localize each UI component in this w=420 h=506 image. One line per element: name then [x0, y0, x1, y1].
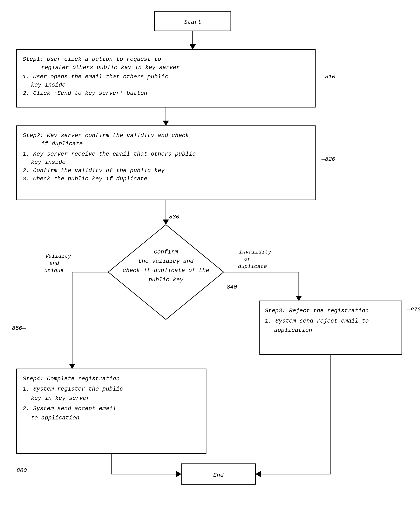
flowchart-svg: Start Step1: User click a button to requ…	[0, 0, 420, 506]
step2-item1: 1. Key server receive the email that oth…	[23, 151, 196, 157]
svg-marker-14	[176, 471, 181, 477]
step4-item2b: to application	[31, 415, 79, 421]
svg-marker-5	[163, 220, 169, 225]
invalidity-label2: or	[244, 256, 251, 262]
svg-marker-3	[163, 120, 169, 126]
step1-item1b: key inside	[31, 82, 66, 88]
end-label: End	[213, 472, 224, 478]
decision-line3: check if duplicate of the	[123, 267, 209, 274]
step3-item1b: application	[274, 327, 312, 333]
ref-860: 860	[16, 467, 27, 474]
step1-title2: register others public key in key server	[41, 64, 180, 71]
ref-850: 850—	[12, 325, 26, 331]
validity-label1: Validity	[45, 253, 71, 259]
step2-title1: Step2: Key server confirm the validity a…	[23, 132, 189, 139]
ref-840: 840—	[227, 284, 241, 290]
step3-item1: 1. System send reject email to	[265, 318, 369, 324]
step2-title2: if duplicate	[41, 140, 83, 147]
step2-item1b: key inside	[31, 159, 66, 166]
invalidity-label3: duplicate	[238, 263, 267, 270]
ref-830: 830	[169, 214, 179, 220]
svg-marker-8	[296, 296, 302, 301]
ref-820: —820	[321, 156, 335, 162]
svg-marker-11	[69, 364, 75, 369]
step2-item2: 2. Confirm the validity of the public ke…	[23, 167, 165, 174]
step1-item1: 1. User opens the email that others publ…	[23, 73, 168, 80]
svg-marker-17	[256, 471, 261, 477]
step1-title1: Step1: User click a button to request to	[23, 56, 161, 62]
decision-line2: the validiey and	[138, 258, 194, 264]
svg-marker-1	[190, 44, 196, 49]
step1-item2: 2. Click 'Send to key server' button	[23, 90, 147, 96]
invalidity-label1: Invalidity	[239, 249, 271, 255]
step3-title: Step3: Reject the registration	[265, 307, 369, 314]
start-label: Start	[184, 19, 201, 25]
step4-item2: 2. System send accept email	[23, 406, 116, 412]
validity-label2: and	[49, 260, 59, 266]
step4-item1b: key in key server	[31, 395, 90, 401]
step4-title: Step4: Complete registration	[23, 376, 120, 382]
step4-item1: 1. System register the public	[23, 386, 123, 392]
decision-line1: Confirm	[154, 249, 178, 255]
step2-item3: 3. Check the public key if duplicate	[23, 176, 147, 182]
ref-810: —810	[321, 73, 335, 80]
diagram-container: Start Step1: User click a button to requ…	[0, 0, 420, 506]
ref-870: —870	[407, 306, 420, 313]
validity-label3: unique	[44, 267, 64, 274]
decision-line4: public key	[148, 277, 183, 283]
